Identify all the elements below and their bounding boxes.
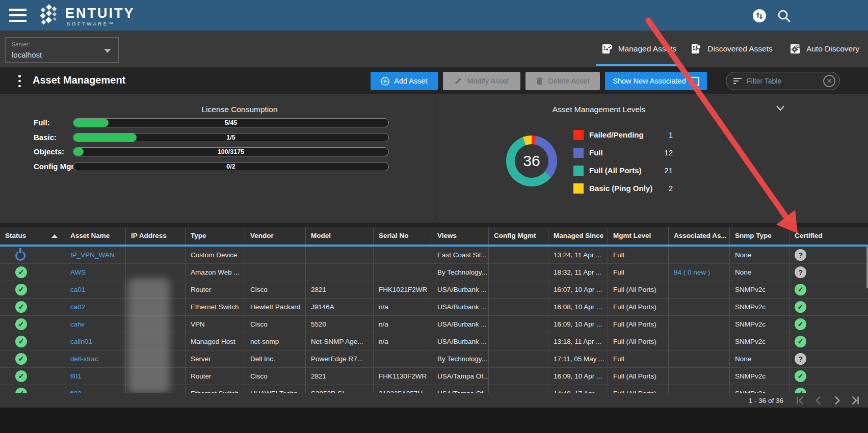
pagination-range: 1 - 36 of 36 <box>749 397 783 404</box>
table-row-cafw[interactable]: ✓cafwVPNCisco5520n/aUSA/Burbank ...16:09… <box>0 316 868 333</box>
show-new-associated-checkbox[interactable] <box>691 77 699 86</box>
table-row-ca01[interactable]: ✓ca01RouterCisco2821FHK1021F2WRUSA/Burba… <box>0 281 868 299</box>
table-row-dell-idrac[interactable]: ✓dell-idracServerDell Inc.PowerEdge R7..… <box>0 350 868 368</box>
cell-mgmt-level: Full (All Ports) <box>608 281 669 298</box>
table-row-calin01[interactable]: ✓calin01Managed Hostnet-snmpNet-SNMP Age… <box>0 333 868 350</box>
column-header-ip-address[interactable]: IP Address <box>126 227 186 245</box>
cell-config-mgmt <box>489 299 548 315</box>
cell-mgmt-level: Full (All Ports) <box>608 333 669 350</box>
cell-type: VPN <box>186 316 245 333</box>
sort-updown-icon[interactable] <box>752 9 767 23</box>
license-row: Objects:100/3175 <box>0 147 436 156</box>
column-header-type[interactable]: Type <box>186 227 245 245</box>
cell-certified: ? <box>790 264 868 281</box>
collapse-chevron-icon[interactable] <box>775 102 786 114</box>
legend-item: Full12 <box>573 147 675 160</box>
cell-ip-address <box>126 350 186 367</box>
tab-discovered-assets[interactable]: Discovered Assets <box>688 31 775 67</box>
cell-associated <box>669 368 730 385</box>
asset-name-link[interactable]: IP_VPN_WAN <box>70 247 115 263</box>
license-progress-bar: 0/2 <box>73 162 389 171</box>
column-header-asset-name[interactable]: Asset Name <box>65 227 126 245</box>
managed-assets-icon <box>601 43 613 55</box>
show-new-associated-label: Show New Associated <box>613 77 686 85</box>
table-row-ip_vpn_wan[interactable]: IP_VPN_WANCustom DeviceEast Coast Sit...… <box>0 247 868 264</box>
filter-table-field[interactable]: ✕ <box>726 72 840 90</box>
cell-asset-name: calin01 <box>65 333 126 350</box>
column-header-vendor[interactable]: Vendor <box>245 227 306 245</box>
cell-model: S3952P-SI <box>306 385 374 393</box>
cell-views: USA/Burbank ... <box>432 333 489 350</box>
cell-certified: ✓ <box>790 281 868 298</box>
add-asset-button[interactable]: Add Asset <box>371 72 438 90</box>
top-app-bar: ENTUITY SOFTWARE™ <box>0 0 868 31</box>
column-header-status[interactable]: Status <box>0 227 65 245</box>
cell-snmp-type: SNMPv2c <box>730 368 790 385</box>
server-tabs-bar: Server: localhost Managed AssetsDiscover… <box>0 31 868 67</box>
asset-name-link[interactable]: fl01 <box>70 368 82 385</box>
filter-table-input[interactable] <box>747 77 823 85</box>
certified-ok-icon: ✓ <box>795 284 806 295</box>
table-row-fl02[interactable]: ✓fl02Ethernet SwitchHUAWEI Techn...S3952… <box>0 385 868 393</box>
column-header-certified[interactable]: Certified <box>790 227 868 245</box>
pagination: 1 - 36 of 36 <box>703 393 868 408</box>
column-header-config-mgmt[interactable]: Config Mgmt <box>489 227 548 245</box>
server-select[interactable]: Server: localhost <box>5 37 119 63</box>
cell-views: USA/Tampa Of... <box>432 368 489 385</box>
cell-serial-no: n/a <box>374 316 432 333</box>
tab-managed-assets[interactable]: Managed Assets <box>596 31 681 67</box>
asset-name-link[interactable]: ca01 <box>70 281 85 298</box>
column-header-associated-as[interactable]: Associated As... <box>669 227 730 245</box>
cell-associated <box>669 316 730 333</box>
asset-name-link[interactable]: cafw <box>70 316 85 333</box>
cell-asset-name: ca02 <box>65 299 126 315</box>
cell-vendor: Cisco <box>245 316 306 333</box>
first-page-icon[interactable] <box>795 395 806 406</box>
cell-associated <box>669 350 730 367</box>
asset-name-link[interactable]: calin01 <box>70 333 92 350</box>
hamburger-menu-icon[interactable] <box>9 9 27 22</box>
delete-asset-button[interactable]: Delete Asset <box>525 72 600 90</box>
column-header-managed-since[interactable]: Managed Since <box>548 227 608 245</box>
discovered-assets-icon <box>690 43 702 55</box>
show-new-associated-button[interactable]: Show New Associated <box>605 72 707 90</box>
asset-name-link[interactable]: ca02 <box>70 299 85 315</box>
cell-status: ✓ <box>0 316 65 333</box>
cell-config-mgmt <box>489 368 548 385</box>
license-progress-bar: 5/45 <box>73 118 389 127</box>
cell-asset-name: dell-idrac <box>65 350 126 367</box>
column-header-serial-no[interactable]: Serial No <box>374 227 432 245</box>
next-page-icon[interactable] <box>831 395 843 406</box>
column-header-views[interactable]: Views <box>432 227 489 245</box>
asset-name-link[interactable]: dell-idrac <box>70 350 98 367</box>
asset-name-link[interactable]: fl02 <box>70 385 82 393</box>
kebab-menu-icon[interactable] <box>18 75 21 87</box>
table-row-aws[interactable]: ✓AWSAmazon Web ...By Technology...18:32,… <box>0 264 868 281</box>
last-page-icon[interactable] <box>850 395 861 406</box>
cell-status: ✓ <box>0 264 65 281</box>
license-value: 100/3175 <box>73 148 388 155</box>
table-row-fl01[interactable]: ✓fl01RouterCisco2821FHK1130F2WRUSA/Tampa… <box>0 368 868 385</box>
legend-label: Failed/Pending <box>589 130 644 139</box>
table-row-ca02[interactable]: ✓ca02Ethernet SwitchHewlett PackardJ9146… <box>0 299 868 316</box>
legend-label: Full <box>589 148 603 157</box>
previous-page-icon[interactable] <box>813 395 824 406</box>
search-icon[interactable] <box>777 9 791 23</box>
panel-divider <box>436 98 437 219</box>
associated-link[interactable]: 84 ( 0 new ) <box>674 264 710 281</box>
tab-auto-discovery[interactable]: Auto Discovery <box>784 31 864 67</box>
asset-name-link[interactable]: AWS <box>70 264 86 281</box>
license-row: Full:5/45 <box>0 118 436 127</box>
cell-vendor: net-snmp <box>245 333 306 350</box>
cell-ip-address <box>126 247 186 263</box>
column-header-snmp-type[interactable]: Snmp Type <box>730 227 790 245</box>
modify-asset-button[interactable]: Modify Asset <box>443 72 520 90</box>
cell-serial-no: 210235A057H... <box>374 385 432 393</box>
brand-name: ENTUITY <box>65 6 135 21</box>
column-header-model[interactable]: Model <box>306 227 374 245</box>
page-title: Asset Management <box>33 74 125 86</box>
cell-ip-address <box>126 264 186 281</box>
column-header-mgmt-level[interactable]: Mgmt Level <box>608 227 669 245</box>
clear-filter-icon[interactable]: ✕ <box>823 75 835 87</box>
delete-asset-label: Delete Asset <box>548 77 589 85</box>
